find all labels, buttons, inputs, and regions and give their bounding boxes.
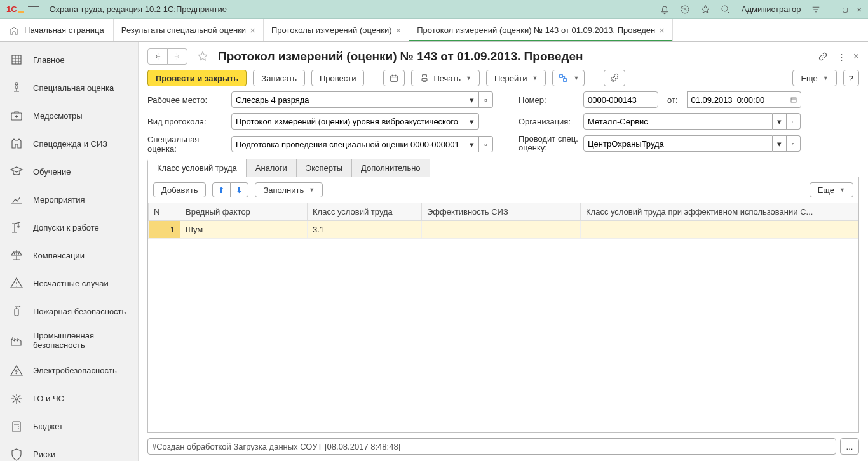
- prototype-field[interactable]: [231, 113, 465, 130]
- post-and-close-button[interactable]: Провести и закрыть: [147, 70, 247, 86]
- dropdown-icon[interactable]: ▾: [465, 91, 479, 108]
- shield-icon: [9, 447, 24, 461]
- open-icon[interactable]: ▫: [787, 135, 801, 152]
- sidebar-item-risks[interactable]: Риски: [0, 441, 138, 461]
- add-button[interactable]: Добавить: [153, 182, 206, 197]
- number-field[interactable]: [583, 91, 658, 108]
- sidebar-item-events[interactable]: Мероприятия: [0, 185, 138, 213]
- move-down-button[interactable]: ⬇: [230, 182, 248, 197]
- close-icon[interactable]: ×: [395, 25, 401, 36]
- subtab-class[interactable]: Класс условий труда: [148, 159, 247, 177]
- prototype-label: Вид протокола:: [147, 117, 227, 126]
- fill-button[interactable]: Заполнить▼: [255, 182, 323, 197]
- struct-button[interactable]: ▼: [552, 70, 585, 86]
- post-button[interactable]: Провести: [311, 70, 365, 86]
- table-more-button[interactable]: Еще▼: [810, 182, 853, 197]
- medkit-icon: [9, 108, 24, 123]
- svg-point-2: [15, 83, 18, 85]
- hamburger-icon[interactable]: [28, 6, 39, 13]
- goto-button[interactable]: Перейти▼: [486, 70, 546, 86]
- maximize-button[interactable]: ▢: [843, 4, 848, 14]
- comment-more-button[interactable]: ...: [840, 438, 859, 455]
- sidebar-item-budget[interactable]: Бюджет: [0, 413, 138, 441]
- star-icon[interactable]: [700, 4, 711, 15]
- username[interactable]: Администратор: [742, 4, 801, 14]
- save-button[interactable]: Записать: [253, 70, 305, 86]
- jacket-icon: [9, 136, 24, 151]
- forward-button[interactable]: [167, 48, 187, 65]
- open-icon[interactable]: ▫: [479, 136, 493, 152]
- close-icon[interactable]: ×: [853, 51, 859, 62]
- bell-icon[interactable]: [659, 4, 670, 15]
- minimize-button[interactable]: —: [829, 4, 834, 14]
- col-siz[interactable]: Эффективность СИЗ: [422, 203, 581, 221]
- num-label: Номер:: [519, 95, 580, 105]
- svg-point-4: [18, 226, 19, 227]
- sidebar-item-spec[interactable]: Специальная оценка: [0, 74, 138, 102]
- sidebar-item-accidents[interactable]: Несчастные случаи: [0, 269, 138, 297]
- tab-home[interactable]: Начальная страница: [0, 19, 114, 41]
- sidebar-item-comp[interactable]: Компенсации: [0, 241, 138, 269]
- comment-row: ...: [147, 438, 859, 455]
- close-button[interactable]: ✕: [857, 4, 862, 14]
- table: N Вредный фактор Класс условий труда Эфф…: [148, 203, 858, 239]
- col-eff[interactable]: Класс условий труда при эффективном испо…: [581, 203, 858, 221]
- sidebar-item-edu[interactable]: Обучение: [0, 157, 138, 185]
- star-icon[interactable]: [196, 50, 209, 63]
- dropdown-icon[interactable]: ▾: [773, 135, 787, 152]
- open-icon[interactable]: ▫: [479, 91, 493, 108]
- subtab-extra[interactable]: Дополнительно: [352, 159, 430, 177]
- table-panel: Добавить ⬆ ⬇ Заполнить▼ Еще▼ N Вредный ф…: [147, 177, 859, 433]
- col-n[interactable]: N: [149, 203, 180, 221]
- more-button[interactable]: Еще▼: [792, 70, 836, 86]
- calculator-icon: [9, 419, 24, 434]
- provider-field[interactable]: [583, 135, 773, 152]
- open-icon[interactable]: ▫: [787, 113, 801, 130]
- calendar-button[interactable]: [383, 70, 405, 86]
- tab-results[interactable]: Результаты специальной оценки×: [114, 19, 264, 41]
- tab-label: Протоколы измерений (оценки): [271, 25, 392, 35]
- date-field[interactable]: [687, 91, 787, 108]
- sidebar-item-industry[interactable]: Промышленная безопасность: [0, 325, 138, 357]
- sidebar-item-electro[interactable]: Электробезопасность: [0, 357, 138, 385]
- history-icon[interactable]: [679, 4, 691, 15]
- dropdown-icon[interactable]: ▾: [465, 113, 479, 130]
- move-up-button[interactable]: ⬆: [212, 182, 231, 197]
- filter-icon[interactable]: [810, 4, 822, 15]
- workplace-field[interactable]: [231, 91, 465, 108]
- content: Протокол измерений (оценки) № 143 от 01.…: [139, 42, 868, 461]
- subtab-experts[interactable]: Эксперты: [297, 159, 352, 177]
- spec-field[interactable]: [231, 136, 465, 152]
- sidebar-item-siz[interactable]: Спецодежда и СИЗ: [0, 130, 138, 157]
- tab-protocols[interactable]: Протоколы измерений (оценки)×: [264, 19, 409, 41]
- kebab-icon[interactable]: ⋮: [837, 52, 844, 62]
- calendar-icon[interactable]: [787, 91, 801, 108]
- sidebar-item-access[interactable]: Допуски к работе: [0, 213, 138, 241]
- subtab-analogs[interactable]: Аналоги: [247, 159, 297, 177]
- svg-rect-1: [12, 55, 21, 64]
- attach-button[interactable]: [604, 70, 625, 86]
- print-button[interactable]: Печать▼: [411, 70, 480, 86]
- org-field[interactable]: [583, 113, 773, 130]
- close-icon[interactable]: ×: [250, 25, 255, 36]
- col-factor[interactable]: Вредный фактор: [180, 203, 308, 221]
- comment-field[interactable]: [147, 438, 836, 455]
- dropdown-icon[interactable]: ▾: [773, 113, 787, 130]
- search-icon[interactable]: [720, 4, 731, 15]
- sidebar-item-med[interactable]: Медосмотры: [0, 102, 138, 130]
- sidebar-item-gochs[interactable]: ГО и ЧС: [0, 385, 138, 413]
- window-buttons: — ▢ ✕: [829, 4, 862, 14]
- dropdown-icon[interactable]: ▾: [465, 136, 479, 152]
- col-class[interactable]: Класс условий труда: [308, 203, 422, 221]
- close-icon[interactable]: ×: [659, 25, 665, 36]
- person-chair-icon: [9, 80, 24, 95]
- table-row[interactable]: 1 Шум 3.1: [149, 221, 858, 239]
- sidebar-item-fire[interactable]: Пожарная безопасность: [0, 297, 138, 325]
- svg-rect-8: [391, 76, 398, 81]
- back-button[interactable]: [147, 48, 168, 65]
- link-icon[interactable]: [817, 51, 829, 62]
- svg-rect-11: [791, 98, 796, 102]
- help-button[interactable]: ?: [843, 70, 859, 86]
- sidebar-item-main[interactable]: Главное: [0, 46, 138, 74]
- tab-protocol-143[interactable]: Протокол измерений (оценки) № 143 от 01.…: [409, 19, 673, 41]
